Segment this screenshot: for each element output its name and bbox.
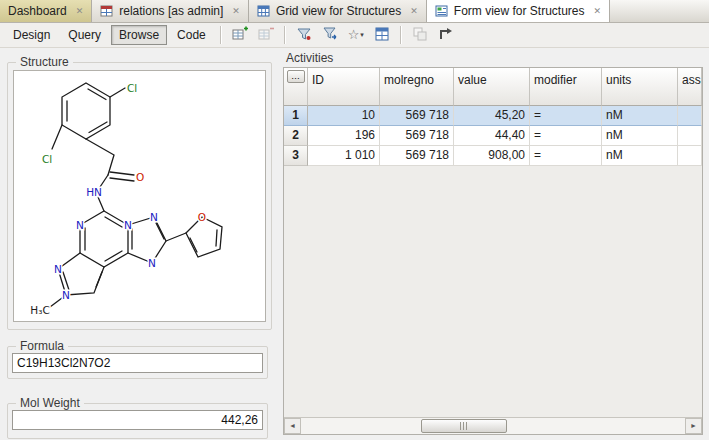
cell-assay[interactable]	[678, 126, 702, 146]
form-grid-button[interactable]	[370, 24, 394, 46]
code-button[interactable]: Code	[169, 25, 214, 45]
atom-label-cl: Cl	[127, 82, 137, 94]
tab-relations[interactable]: relations [as admin] ✕	[92, 0, 249, 22]
column-header-value[interactable]: value	[454, 68, 530, 106]
structure-group-title: Structure	[16, 55, 73, 69]
column-header-id[interactable]: ID	[308, 68, 380, 106]
atom-label-n: N	[148, 257, 156, 269]
grid-view-icon	[257, 4, 271, 18]
filter-button[interactable]	[292, 24, 316, 46]
cell-modifier[interactable]: =	[530, 146, 602, 166]
filter-icon	[296, 26, 312, 45]
copy-widget-button[interactable]	[408, 24, 432, 46]
table-add-icon	[232, 26, 248, 45]
cell-units[interactable]: nM	[602, 146, 678, 166]
scrollbar-grip	[460, 422, 469, 430]
tab-bar-filler	[610, 0, 709, 22]
filter-edit-button[interactable]	[318, 24, 342, 46]
horizontal-scrollbar[interactable]: ◄ ►	[284, 417, 702, 434]
dropdown-arrow-icon: ▾	[360, 31, 364, 39]
atom-label-cl: Cl	[42, 153, 52, 165]
row-number[interactable]: 1	[284, 106, 308, 126]
scrollbar-thumb[interactable]	[421, 419, 507, 433]
row-number[interactable]: 3	[284, 146, 308, 166]
structure-group: Structure	[7, 62, 272, 330]
saved-queries-button[interactable]: ☆ ▾	[344, 24, 368, 46]
add-row-button[interactable]	[228, 24, 252, 46]
resize-widget-button[interactable]	[434, 24, 458, 46]
cell-id[interactable]: 1 010	[308, 146, 380, 166]
cell-molregno[interactable]: 569 718	[380, 146, 454, 166]
atom-label-o: O	[136, 171, 144, 183]
cell-modifier[interactable]: =	[530, 126, 602, 146]
cell-value[interactable]: 908,00	[454, 146, 530, 166]
table-delete-icon	[258, 26, 274, 45]
row-number[interactable]: 2	[284, 126, 308, 146]
atom-label-n: N	[54, 263, 62, 275]
relations-icon	[100, 4, 114, 18]
close-icon[interactable]: ✕	[232, 6, 240, 16]
tab-bar: Dashboard ✕ relations [as admin] ✕ Grid …	[0, 0, 709, 23]
toolbar-separator	[284, 26, 286, 44]
atom-label-hn: HN	[86, 186, 102, 198]
formula-group: Formula	[7, 346, 268, 379]
tab-dashboard[interactable]: Dashboard ✕	[0, 0, 92, 22]
mol-weight-field[interactable]	[12, 410, 263, 430]
table-options-button[interactable]: …	[287, 70, 305, 83]
activities-group-title: Activities	[286, 51, 333, 65]
atom-label-n: N	[76, 219, 84, 231]
window-grid-icon	[374, 26, 390, 45]
formula-group-title: Formula	[16, 339, 68, 353]
activities-table: … ID molregno value modifier units assa …	[283, 67, 703, 435]
molecule-drawing: Cl Cl O HN N N N N N N O H₃C	[14, 71, 265, 321]
filter-arrow-icon	[322, 26, 338, 45]
table-corner-cell: …	[284, 68, 308, 106]
cell-id[interactable]: 196	[308, 126, 380, 146]
tab-grid-view[interactable]: Grid view for Structures ✕	[249, 0, 427, 22]
cell-units[interactable]: nM	[602, 106, 678, 126]
table-row[interactable]: 1 10 569 718 45,20 = nM	[284, 106, 702, 126]
cell-assay[interactable]	[678, 106, 702, 126]
toolbar-separator	[400, 26, 402, 44]
table-row[interactable]: 2 196 569 718 44,40 = nM	[284, 126, 702, 146]
corner-arrow-icon	[438, 26, 454, 45]
close-icon[interactable]: ✕	[410, 6, 418, 16]
star-icon: ☆	[348, 29, 360, 41]
cell-assay[interactable]	[678, 146, 702, 166]
column-header-modifier[interactable]: modifier	[530, 68, 602, 106]
atom-label-n: N	[124, 219, 132, 231]
column-header-assay[interactable]: assa	[678, 68, 702, 106]
cell-value[interactable]: 44,40	[454, 126, 530, 146]
mol-weight-group-title: Mol Weight	[16, 396, 84, 410]
delete-row-button[interactable]	[254, 24, 278, 46]
scroll-right-icon[interactable]: ►	[685, 418, 702, 434]
atom-label-n: N	[150, 211, 158, 223]
cell-molregno[interactable]: 569 718	[380, 126, 454, 146]
form-view-icon	[435, 4, 449, 18]
atom-label-o: O	[198, 211, 206, 223]
cell-units[interactable]: nM	[602, 126, 678, 146]
close-icon[interactable]: ✕	[76, 6, 84, 16]
tab-form-view[interactable]: Form view for Structures ✕	[427, 0, 610, 22]
toolbar-separator	[220, 26, 222, 44]
cell-value[interactable]: 45,20	[454, 106, 530, 126]
structure-canvas[interactable]: Cl Cl O HN N N N N N N O H₃C	[13, 70, 266, 322]
tab-label: Grid view for Structures	[276, 4, 401, 18]
app-window: Dashboard ✕ relations [as admin] ✕ Grid …	[0, 0, 709, 440]
cell-molregno[interactable]: 569 718	[380, 106, 454, 126]
browse-button[interactable]: Browse	[111, 25, 167, 45]
tab-label: relations [as admin]	[119, 4, 223, 18]
column-header-molregno[interactable]: molregno	[380, 68, 454, 106]
copy-icon	[412, 26, 428, 45]
scroll-left-icon[interactable]: ◄	[284, 418, 301, 434]
query-button[interactable]: Query	[60, 25, 109, 45]
formula-field[interactable]	[12, 353, 263, 373]
column-header-units[interactable]: units	[602, 68, 678, 106]
atom-label-n: N	[62, 289, 70, 301]
close-icon[interactable]: ✕	[594, 6, 602, 16]
design-button[interactable]: Design	[5, 25, 58, 45]
cell-modifier[interactable]: =	[530, 106, 602, 126]
cell-id[interactable]: 10	[308, 106, 380, 126]
main-toolbar: Design Query Browse Code ☆ ▾	[0, 23, 709, 48]
table-row[interactable]: 3 1 010 569 718 908,00 = nM	[284, 146, 702, 166]
